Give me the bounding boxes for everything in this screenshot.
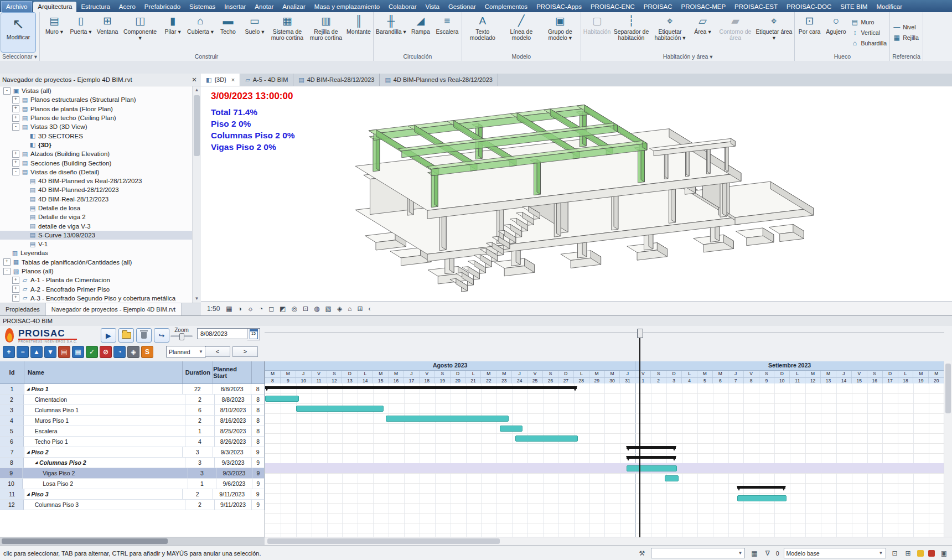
next-day-button[interactable]: > bbox=[232, 346, 258, 357]
ribbon-button-agujero[interactable]: ○Agujero bbox=[822, 13, 849, 52]
scale-button[interactable]: 1:50 bbox=[204, 304, 223, 314]
ribbon-tab-proisac-doc[interactable]: PROISAC-DOC bbox=[782, 2, 836, 12]
ribbon-button-por-cara[interactable]: ⊡Por cara bbox=[796, 13, 822, 52]
ribbon-tab-arquitectura[interactable]: Arquitectura bbox=[33, 2, 76, 12]
task-bar-columnas-piso-1[interactable] bbox=[296, 406, 384, 412]
ribbon-button-ventana[interactable]: ⊞Ventana bbox=[94, 13, 121, 52]
collapse-bar-icon[interactable]: ‹ bbox=[366, 304, 372, 313]
tree-item-s-curve-13-09-2023[interactable]: ▤S-Curve 13/09/2023 bbox=[0, 231, 201, 240]
view-tab-a-5-4d-bim[interactable]: ▱A-5 - 4D BIM bbox=[240, 74, 293, 86]
tree-item-detalle-de-viga-2[interactable]: ▤Detalle de viga 2 bbox=[0, 212, 201, 221]
scroll-down-icon[interactable]: ▼ bbox=[193, 295, 201, 303]
cancel-button[interactable]: ⊘ bbox=[100, 346, 112, 358]
table-row-vigas-piso-2[interactable]: 9Vigas Piso 239/3/20239 bbox=[0, 468, 265, 479]
active-workset-dropdown[interactable]: ▼ bbox=[651, 548, 745, 558]
tree-item-a-3-encofrado-segundo-piso-y-cobertura-met-lica[interactable]: +▱A-3 - Encofrado Segundo Piso y cobertu… bbox=[0, 294, 201, 303]
play-button[interactable]: ▶ bbox=[101, 328, 116, 343]
press-drag-icon[interactable]: ⊞ bbox=[904, 549, 913, 558]
scroll-thumb[interactable] bbox=[194, 95, 200, 156]
panel-tab-navegador-de-proyectos-ejemplo-4d-bim-rvt[interactable]: Navegador de proyectos - Ejemplo 4D BIM.… bbox=[46, 303, 182, 315]
ribbon-button-escalera[interactable]: ≡Escalera bbox=[434, 13, 461, 52]
temporary-view-properties-icon[interactable]: ◈ bbox=[335, 304, 344, 313]
ribbon-button-muro[interactable]: ▤Muro ▾ bbox=[41, 13, 68, 52]
ribbon-tab-archivo[interactable]: Archivo bbox=[1, 1, 32, 12]
ribbon-button-etiquetar-habitaci-n[interactable]: ⌖Etiquetar habitación ▾ bbox=[650, 13, 689, 52]
close-icon[interactable]: ✕ bbox=[190, 76, 199, 84]
summary-bar-piso-3[interactable] bbox=[737, 486, 785, 489]
add-task-button[interactable]: + bbox=[3, 346, 15, 358]
delete-button[interactable] bbox=[136, 328, 152, 343]
close-icon[interactable]: × bbox=[231, 76, 235, 83]
ribbon-tab-gestionar[interactable]: Gestionar bbox=[444, 2, 480, 12]
ribbon-button-etiquetar-rea[interactable]: ⌖Etiquetar área ▾ bbox=[754, 13, 793, 52]
ribbon-button-cubierta[interactable]: ⌂Cubierta ▾ bbox=[186, 13, 215, 52]
ribbon-tab-insertar[interactable]: Insertar bbox=[220, 2, 250, 12]
current-date-line[interactable] bbox=[639, 333, 640, 537]
ribbon-tab-proisac[interactable]: PROISAC bbox=[639, 2, 677, 12]
reveal-hidden-icon[interactable]: ◍ bbox=[312, 304, 322, 313]
column-header-planned-finish[interactable] bbox=[252, 361, 265, 383]
ribbon-button-habitaci-n[interactable]: ▢Habitación bbox=[582, 13, 612, 52]
ribbon-tab-vista[interactable]: Vista bbox=[421, 2, 444, 12]
selection-count-icon[interactable]: ▣ bbox=[939, 549, 949, 558]
ribbon-tab-colaborar[interactable]: Colaborar bbox=[384, 2, 421, 12]
tree-item-a-2-encofrado-primer-piso[interactable]: +▱A-2 - Encofrado Primer Piso bbox=[0, 285, 201, 294]
tree-item-4d-bim-planned-28-12-2023[interactable]: ▤4D BIM-Planned-28/12/2023 bbox=[0, 185, 201, 194]
column-header-planned-start[interactable]: Planned Start bbox=[213, 361, 251, 383]
collapse-icon[interactable]: - bbox=[12, 123, 19, 131]
crop-view-icon[interactable]: ◻ bbox=[266, 304, 276, 313]
show-crop-icon[interactable]: ◩ bbox=[277, 304, 288, 313]
move-up-button[interactable]: ▲ bbox=[30, 346, 43, 358]
ribbon-tab-proisac-enc[interactable]: PROISAC-ENC bbox=[586, 2, 639, 12]
ribbon-button-rejilla-de-muro-cortina[interactable]: ▥Rejilla de muro cortina bbox=[307, 13, 345, 52]
column-header-duration[interactable]: Duration bbox=[183, 361, 213, 383]
previous-day-button[interactable]: < bbox=[205, 346, 230, 357]
timeline-slider-handle[interactable] bbox=[637, 329, 643, 338]
tree-item-3d-sectores[interactable]: ◧3D SECTORES bbox=[0, 131, 201, 140]
table-row-piso-2[interactable]: 7◢Piso 239/3/20239 bbox=[0, 447, 265, 458]
ribbon-group-label-seleccionar[interactable]: Seleccionar ▾ bbox=[0, 52, 39, 61]
calendar-button[interactable]: 15 bbox=[247, 328, 260, 340]
model-3d-view[interactable] bbox=[201, 86, 952, 301]
worksets-icon[interactable]: ⚒ bbox=[638, 549, 647, 558]
mode-dropdown[interactable]: Planned ▼ bbox=[166, 346, 206, 357]
tree-item-a-1-planta-de-cimentacion[interactable]: +▱A-1 - Planta de Cimentacion bbox=[0, 276, 201, 284]
ribbon-button-vertical[interactable]: ↕Vertical bbox=[851, 27, 887, 38]
table-row-muros-piso-1[interactable]: 4Muros Piso 128/16/20238 bbox=[0, 416, 265, 426]
table-row-columnas-piso-2[interactable]: 8◢Columnas Piso 239/3/20239 bbox=[0, 458, 265, 468]
tree-item-vistas-de-dise-o-detail[interactable]: -▤Vistas de diseño (Detail) bbox=[0, 168, 201, 177]
column-header-name[interactable]: Name bbox=[24, 361, 183, 383]
ribbon-button-contorno-de-rea[interactable]: ▰Contorno de área bbox=[716, 13, 754, 52]
task-bar-vigas-piso-2[interactable] bbox=[627, 465, 677, 471]
export-button[interactable]: ↪ bbox=[154, 328, 169, 343]
move-down-button[interactable]: ▼ bbox=[44, 346, 56, 358]
table-row-techo-piso-1[interactable]: 6Techo Piso 148/26/20238 bbox=[0, 437, 265, 447]
ribbon-button-puerta[interactable]: ▯Puerta ▾ bbox=[68, 13, 94, 52]
panel-tab-propiedades[interactable]: Propiedades bbox=[0, 303, 46, 315]
ribbon-button-rampa[interactable]: ◢Rampa bbox=[407, 13, 434, 52]
apply-button[interactable]: ✓ bbox=[86, 346, 98, 358]
ribbon-tab-proisac-mep[interactable]: PROISAC-MEP bbox=[677, 2, 731, 12]
collapse-triangle-icon[interactable]: ◢ bbox=[27, 450, 29, 454]
task-bar-techo-piso-1[interactable] bbox=[515, 435, 578, 442]
collapse-triangle-icon[interactable]: ◢ bbox=[35, 460, 38, 465]
reveal-constraints-icon[interactable]: ⊞ bbox=[355, 304, 365, 313]
ribbon-tab-modificar[interactable]: Modificar bbox=[872, 2, 907, 12]
summary-bar-piso-2[interactable] bbox=[627, 446, 676, 449]
collapse-icon[interactable]: - bbox=[3, 87, 11, 95]
design-options-dropdown[interactable]: Modelo base▼ bbox=[784, 548, 886, 558]
table-row-cimentacion[interactable]: 2Cimentacion28/8/20238 bbox=[0, 395, 265, 405]
tree-item-leyendas[interactable]: ▥Leyendas bbox=[0, 248, 201, 257]
tree-item-planos-all[interactable]: -▧Planos (all) bbox=[0, 267, 201, 276]
tree-item-secciones-building-section[interactable]: +▤Secciones (Building Section) bbox=[0, 158, 201, 167]
building-model[interactable] bbox=[201, 86, 952, 301]
model-canvas[interactable]: 3/09/2023 13:00:00 Total 71.4%Piso 2 0%C… bbox=[201, 86, 952, 301]
ribbon-tab-sistemas[interactable]: Sistemas bbox=[185, 2, 220, 12]
expand-icon[interactable]: + bbox=[12, 286, 19, 293]
ribbon-tab-analizar[interactable]: Analizar bbox=[278, 2, 310, 12]
remove-task-button[interactable]: − bbox=[17, 346, 29, 358]
scroll-thumb[interactable] bbox=[2, 538, 168, 544]
zoom-slider[interactable] bbox=[170, 335, 193, 337]
expand-icon[interactable]: + bbox=[3, 258, 11, 266]
tree-item-planos-estructurales-structural-plan[interactable]: +▤Planos estructurales (Structural Plan) bbox=[0, 95, 201, 104]
